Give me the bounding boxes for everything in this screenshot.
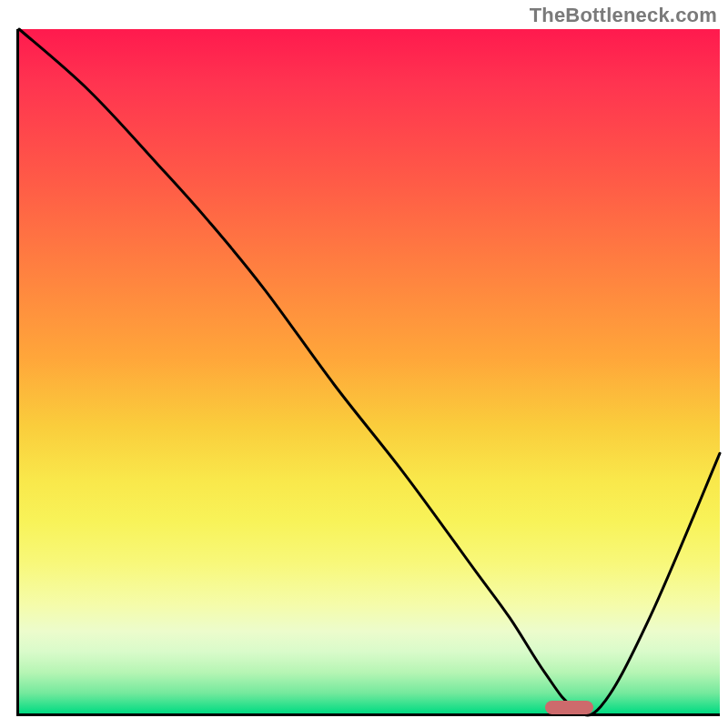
curve-layer	[19, 29, 720, 713]
plot-area	[16, 29, 720, 716]
chart-container: TheBottleneck.com	[0, 0, 728, 728]
watermark-text: TheBottleneck.com	[530, 4, 717, 27]
bottleneck-curve	[19, 29, 720, 715]
optimal-marker	[545, 701, 594, 714]
